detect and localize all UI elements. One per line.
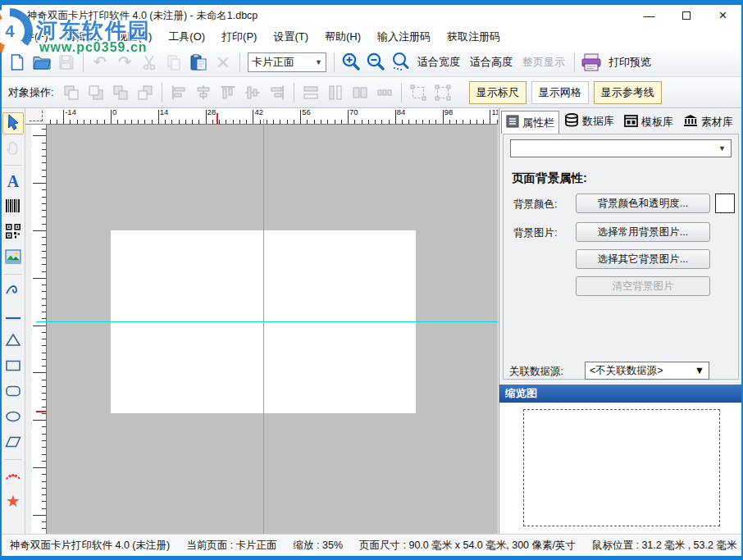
align-left-button[interactable] [167,81,190,104]
ungroup-objects-button[interactable] [431,81,454,104]
ruler-tick [42,237,46,238]
fit-height-button[interactable]: 适合高度 [465,52,517,73]
align-left-icon [170,84,188,102]
minimize-button[interactable]: — [631,5,668,26]
ruler-tick [33,183,47,184]
tab-material-library[interactable]: 素材库 [678,110,738,134]
zoom-out-button[interactable] [364,51,387,74]
toolbar-separator [294,83,294,102]
ruler-label: -14 [31,184,33,196]
menu-item-tools[interactable]: 工具(O) [160,26,213,48]
tab-database[interactable]: 数据库 [559,109,619,134]
align-top-icon [219,84,237,102]
horizontal-guide-line[interactable] [36,321,498,322]
qrcode-tool-button[interactable] [2,221,24,244]
ruler-label: 42 [31,374,33,383]
bring-forward-button[interactable] [109,81,132,104]
zoom-area-button[interactable] [389,51,412,74]
datasource-dropdown[interactable]: <不关联数据源> ▼ [585,362,709,380]
menu-item-view[interactable]: 视图(V) [108,26,160,48]
page-side-value: 卡片正面 [252,55,294,70]
ruler-tick [42,143,46,143]
design-viewport[interactable] [47,125,498,534]
ruler-tick [389,120,390,124]
maximize-button[interactable] [668,5,704,26]
align-top-button[interactable] [217,81,239,104]
object-selector-dropdown[interactable]: ▼ [510,139,732,157]
ruler-tick [42,474,46,475]
rectangle-tool-button[interactable] [2,356,24,378]
vertical-guide-line[interactable] [263,119,264,534]
save-icon [58,54,75,71]
send-to-back-button[interactable] [84,81,107,104]
close-button[interactable]: × [704,5,741,26]
ruler-tick [179,120,180,124]
text-tool-button[interactable]: A [2,171,24,193]
ruler-tick [42,271,46,272]
image-tool-button[interactable] [2,247,24,269]
align-right-button[interactable] [266,81,289,104]
fit-width-button[interactable]: 适合宽度 [413,52,465,73]
select-tool-button[interactable] [2,112,24,134]
show-ruler-toggle[interactable]: 显示标尺 [469,81,526,104]
ruler-tick [422,120,423,124]
rounded-rectangle-tool-button[interactable] [2,381,24,403]
horizontal-ruler[interactable]: -14014284256708498112 [47,108,498,125]
menu-item-enter-registration-code[interactable]: 输入注册码 [369,26,439,48]
ruler-tick [321,120,321,124]
vertical-ruler[interactable]: -28-140142842567084 [31,125,47,534]
ruler-tick [368,120,369,124]
paste-icon [189,54,207,71]
align-center-horizontal-button[interactable] [192,81,215,104]
menu-item-print[interactable]: 打印(P) [213,26,265,48]
bring-to-front-button[interactable] [60,81,83,104]
same-height-button[interactable] [324,81,347,104]
ruler-label: 28 [31,327,33,336]
ruler-tick [33,467,47,468]
same-size-button[interactable] [349,81,372,104]
tab-properties[interactable]: 属性栏 [501,111,559,134]
line-tool-button[interactable] [2,305,24,327]
triangle-tool-button[interactable] [2,330,24,353]
ruler-tick [42,332,46,333]
menu-item-get-registration-code[interactable]: 获取注册码 [439,26,508,48]
group-objects-button[interactable] [407,81,430,104]
select-common-bg-image-button[interactable]: 选择常用背景图片... [576,222,710,242]
show-grid-toggle[interactable]: 显示网格 [531,81,589,104]
curve-tool-button[interactable] [2,280,24,302]
stamp-tool-button[interactable] [2,465,24,487]
ruler-tick [33,372,47,373]
menu-item-edit[interactable]: 编辑(E) [57,26,108,48]
undo-button: ↶ [89,51,112,74]
zoom-in-button[interactable] [340,51,362,74]
bg-color-swatch[interactable] [715,193,735,213]
page-side-selector[interactable]: 卡片正面 ▼ [248,52,326,72]
ruler-tick [212,120,213,124]
bg-color-button[interactable]: 背景颜色和透明度... [576,193,710,213]
menu-item-file[interactable]: 文件(F) [5,26,57,48]
ruler-tick [341,120,342,124]
same-width-button[interactable] [299,81,322,104]
paste-button[interactable] [187,51,210,74]
align-middle-vertical-button[interactable] [241,81,264,104]
print-preview-label[interactable]: 打印预览 [604,52,656,73]
distribute-objects-button[interactable] [373,81,396,104]
palette-separator [4,459,22,460]
star-tool-button[interactable]: ★ [2,490,24,512]
select-other-bg-image-button[interactable]: 选择其它背景图片... [576,249,710,269]
menu-item-settings[interactable]: 设置(T) [265,26,317,48]
menu-item-help[interactable]: 帮助(H) [317,26,369,48]
ruler-tick [117,120,118,124]
tab-template-library[interactable]: 模板库 [619,111,678,134]
parallelogram-tool-button[interactable] [2,432,24,454]
open-folder-button[interactable] [30,51,53,74]
barcode-tool-button[interactable] [2,196,24,218]
ruler-tick [42,494,46,495]
send-backward-button[interactable] [134,81,157,104]
ruler-tick [42,162,46,163]
show-guides-toggle[interactable]: 显示参考线 [594,81,662,104]
new-file-button[interactable] [6,51,29,74]
ellipse-tool-button[interactable] [2,407,24,429]
print-preview-button[interactable] [580,51,603,74]
triangle-tool-icon [5,333,21,350]
